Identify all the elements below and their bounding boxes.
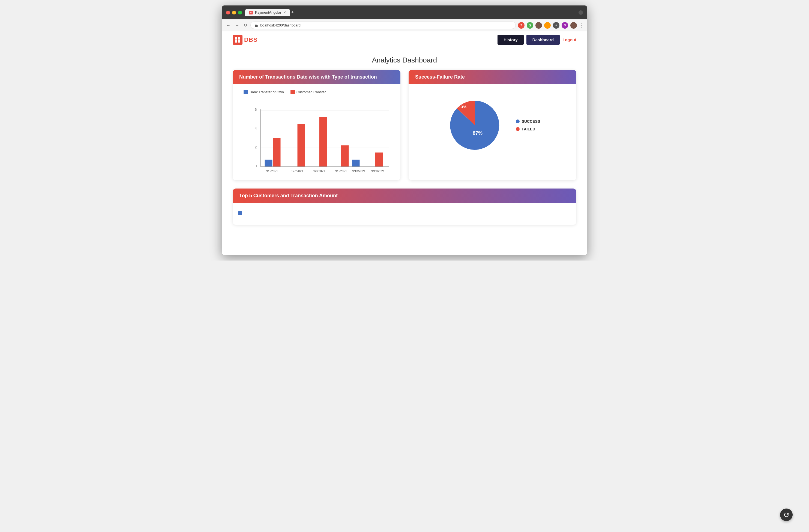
address-bar[interactable]: localhost:4200/dashboard xyxy=(251,21,516,29)
bar-chart-title: Number of Transactions Date wise with Ty… xyxy=(239,74,377,80)
pie-chart-card: Success-Failure Rate xyxy=(409,70,576,180)
logo: DBS xyxy=(233,35,257,45)
legend-red-dot xyxy=(291,90,295,94)
tab-label: PaymentAngular xyxy=(255,10,281,15)
bar-chart-legend: Bank Transfer of Own Customer Transfer xyxy=(238,90,395,94)
bar-chart-container: 0 2 4 6 8 xyxy=(238,99,395,175)
svg-text:9/5/2021: 9/5/2021 xyxy=(266,169,278,173)
svg-text:4: 4 xyxy=(255,126,257,131)
user-icon xyxy=(570,22,577,29)
dbs-logo-svg xyxy=(234,37,241,43)
bottom-legend-dot xyxy=(238,211,242,215)
app-header: DBS History Dashboard Logout xyxy=(222,31,587,48)
bottom-chart-title: Top 5 Customers and Transaction Amount xyxy=(239,193,338,198)
svg-text:13%: 13% xyxy=(459,105,467,109)
extension-icon: 0 xyxy=(553,22,560,29)
dashboard-content: Number of Transactions Date wise with Ty… xyxy=(222,70,587,241)
profile-icon-4 xyxy=(544,22,551,29)
pie-chart-body: 87% 13% SUCCESS FAILED xyxy=(409,84,576,166)
svg-text:6: 6 xyxy=(255,107,257,111)
svg-rect-2 xyxy=(238,37,240,39)
pie-chart-header: Success-Failure Rate xyxy=(409,70,576,84)
pie-chart-title: Success-Failure Rate xyxy=(415,74,465,80)
svg-rect-1 xyxy=(235,37,237,39)
bar-customer-2 xyxy=(320,117,327,167)
svg-text:9/13/2021: 9/13/2021 xyxy=(352,169,365,173)
legend-bank-label: Bank Transfer of Own xyxy=(249,90,284,94)
bar-customer-5 xyxy=(375,153,383,167)
logo-icon xyxy=(233,35,242,45)
page-title: Analytics Dashboard xyxy=(222,48,587,70)
toolbar-icons: 7 G 0 ⚙ ⋮ xyxy=(518,22,584,29)
puzzle-icon: ⚙ xyxy=(562,22,568,29)
bar-chart-body: Bank Transfer of Own Customer Transfer 0 xyxy=(233,84,400,180)
bar-chart-svg: 0 2 4 6 8 xyxy=(246,99,395,175)
svg-text:9/9/2021: 9/9/2021 xyxy=(335,169,347,173)
legend-failed: FAILED xyxy=(516,127,540,131)
legend-customer-transfer: Customer Transfer xyxy=(291,90,326,94)
browser-tabs: A PaymentAngular ✕ + xyxy=(245,9,575,16)
app-container: DBS History Dashboard Logout Analytics D… xyxy=(222,31,587,255)
pie-svg: 87% 13% xyxy=(445,95,505,155)
bar-chart-card: Number of Transactions Date wise with Ty… xyxy=(233,70,400,180)
bar-bank-0 xyxy=(265,160,273,167)
svg-text:87%: 87% xyxy=(473,131,482,136)
svg-text:2: 2 xyxy=(255,145,257,149)
bar-chart-header: Number of Transactions Date wise with Ty… xyxy=(233,70,400,84)
svg-text:0: 0 xyxy=(255,164,257,168)
bar-bank-4 xyxy=(352,160,360,167)
success-dot xyxy=(516,120,520,123)
bottom-chart-body xyxy=(233,203,576,225)
logo-text: DBS xyxy=(244,36,257,44)
url-text: localhost:4200/dashboard xyxy=(260,23,300,27)
active-tab[interactable]: A PaymentAngular ✕ xyxy=(245,9,290,16)
profile-icon-2: G xyxy=(527,22,533,29)
browser-toolbar: ← → ↻ localhost:4200/dashboard 7 G 0 ⚙ ⋮ xyxy=(222,19,587,31)
more-options-icon[interactable]: ⋮ xyxy=(579,22,584,28)
svg-text:9/19/2021: 9/19/2021 xyxy=(371,169,384,173)
svg-rect-4 xyxy=(238,40,240,42)
success-label: SUCCESS xyxy=(522,119,540,124)
lock-icon xyxy=(255,23,258,27)
charts-row: Number of Transactions Date wise with Ty… xyxy=(233,70,576,180)
legend-customer-label: Customer Transfer xyxy=(296,90,326,94)
browser-menu-icon xyxy=(579,10,583,15)
back-button[interactable]: ← xyxy=(225,22,231,29)
legend-success: SUCCESS xyxy=(516,119,540,124)
svg-rect-3 xyxy=(235,40,237,42)
pie-legend: SUCCESS FAILED xyxy=(516,119,540,131)
minimize-button[interactable] xyxy=(232,11,236,15)
svg-text:9/7/2021: 9/7/2021 xyxy=(292,169,303,173)
bar-customer-3 xyxy=(341,145,349,167)
history-button[interactable]: History xyxy=(498,35,524,45)
legend-blue-dot xyxy=(244,90,248,94)
bar-customer-0 xyxy=(273,138,281,167)
tab-close-button[interactable]: ✕ xyxy=(283,11,286,15)
new-tab-button[interactable]: + xyxy=(291,10,294,15)
tab-favicon: A xyxy=(249,11,253,15)
bar-customer-1 xyxy=(297,124,305,167)
dashboard-button[interactable]: Dashboard xyxy=(527,35,560,45)
bottom-chart-card: Top 5 Customers and Transaction Amount xyxy=(233,189,576,225)
maximize-button[interactable] xyxy=(238,11,242,15)
svg-text:9/8/2021: 9/8/2021 xyxy=(313,169,325,173)
browser-titlebar: A PaymentAngular ✕ + xyxy=(222,5,587,19)
failed-dot xyxy=(516,127,520,131)
close-button[interactable] xyxy=(226,11,230,15)
logout-button[interactable]: Logout xyxy=(563,37,576,42)
bottom-chart-header: Top 5 Customers and Transaction Amount xyxy=(233,189,576,203)
reload-button[interactable]: ↻ xyxy=(242,21,248,29)
profile-icon-1: 7 xyxy=(518,22,524,29)
forward-button[interactable]: → xyxy=(234,22,240,29)
failed-label: FAILED xyxy=(522,127,535,131)
legend-bank-transfer: Bank Transfer of Own xyxy=(244,90,284,94)
profile-icon-3 xyxy=(535,22,542,29)
bottom-chart-partial xyxy=(238,208,571,215)
pie-chart-container: 87% 13% SUCCESS FAILED xyxy=(414,90,571,161)
nav-buttons: History Dashboard Logout xyxy=(498,35,576,45)
traffic-lights xyxy=(226,11,242,15)
